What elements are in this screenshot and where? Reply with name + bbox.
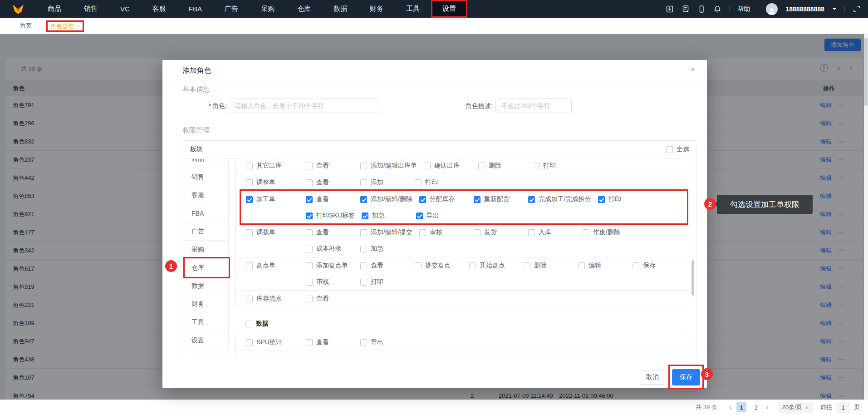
sidebar-tab-仓库[interactable]: 仓库 (185, 259, 228, 277)
checkbox-添加盘点单[interactable] (306, 262, 313, 269)
close-icon[interactable]: × (690, 65, 695, 74)
fullscreen-icon[interactable] (853, 5, 861, 13)
checkbox-添加/编辑/提交[interactable] (360, 229, 367, 236)
permission-item-删除[interactable]: 删除 (478, 162, 526, 170)
permission-item-审核[interactable]: 审核 (306, 278, 353, 286)
checkbox-加工单[interactable] (246, 196, 253, 203)
tab-home[interactable]: 首页 (20, 18, 32, 34)
sidebar-tab-采购[interactable]: 采购 (185, 241, 228, 259)
checkbox-分配库存[interactable] (419, 196, 426, 203)
permission-item-查看[interactable]: 查看 (306, 195, 353, 203)
checkbox-查看[interactable] (306, 296, 313, 302)
page-size-select[interactable]: 20条/页 ∨ (778, 402, 813, 413)
permission-item-发货[interactable]: 发货 (474, 228, 521, 237)
goto-page-input[interactable] (836, 402, 850, 413)
checkbox-打印SKU标签[interactable] (306, 212, 313, 219)
permission-item-打印[interactable]: 打印 (598, 195, 646, 203)
checkbox-调整单[interactable] (246, 179, 253, 186)
select-all-checkbox[interactable]: 全选 (666, 145, 689, 153)
checkbox-查看[interactable] (306, 339, 313, 346)
permission-item-查看[interactable]: 查看 (306, 295, 353, 303)
checkbox-查看[interactable] (306, 179, 313, 186)
checkbox-打印[interactable] (415, 179, 422, 186)
permission-item-添加/编辑/提交[interactable]: 添加/编辑/提交 (360, 228, 412, 237)
permission-item-查看[interactable]: 查看 (306, 338, 353, 346)
checkbox-查看[interactable] (306, 196, 313, 203)
checkbox-库存流水[interactable] (246, 296, 253, 302)
checkbox-重新配货[interactable] (474, 196, 481, 203)
nav-item-数据[interactable]: 数据 (322, 0, 358, 18)
checkbox-删除[interactable] (524, 262, 530, 269)
checkbox-作废/删除[interactable] (583, 229, 589, 236)
nav-item-客服[interactable]: 客服 (141, 0, 177, 18)
checkbox-入库[interactable] (528, 229, 535, 236)
checkbox-其它出库[interactable] (246, 163, 253, 169)
module-cell-盘点单[interactable]: 盘点单 (246, 257, 306, 274)
scrollbar-thumb[interactable] (864, 38, 868, 106)
permission-item-开始盘点[interactable]: 开始盘点 (469, 262, 517, 270)
role-desc-input[interactable] (495, 99, 572, 113)
module-cell-加工单[interactable]: 加工单 (246, 191, 306, 208)
checkbox-删除[interactable] (478, 163, 485, 169)
checkbox-发货[interactable] (474, 229, 481, 236)
checkbox[interactable] (666, 146, 673, 153)
checkbox-审核[interactable] (419, 229, 426, 236)
permission-item-打印[interactable]: 打印 (415, 178, 462, 187)
checkbox-data-group[interactable] (245, 321, 252, 327)
permission-item-分配库存[interactable]: 分配库存 (419, 195, 467, 203)
checkbox-打印[interactable] (360, 279, 367, 286)
chevron-down-icon[interactable] (832, 8, 837, 12)
permission-item-删除[interactable]: 删除 (524, 262, 571, 270)
sidebar-tab-广告[interactable]: 广告 (185, 222, 228, 241)
permission-item-打印[interactable]: 打印 (533, 162, 580, 170)
next-page-button[interactable]: › (766, 403, 768, 411)
permission-item-添加[interactable]: 添加 (360, 178, 408, 187)
nav-item-财务[interactable]: 财务 (358, 0, 395, 18)
tab-close-icon[interactable]: × (77, 24, 80, 29)
cancel-button[interactable]: 取消 (640, 370, 665, 385)
checkbox-导出[interactable] (360, 339, 367, 346)
tab-role-management[interactable]: 角色管理 × (46, 20, 84, 32)
permission-item-审核[interactable]: 审核 (419, 228, 467, 237)
user-phone[interactable]: 18888888888 (785, 5, 824, 13)
checkbox-编辑[interactable] (578, 262, 585, 269)
sidebar-tab-工具[interactable]: 工具 (185, 313, 228, 331)
nav-item-工具[interactable]: 工具 (395, 0, 431, 18)
checkbox-加急[interactable] (362, 212, 368, 219)
sidebar-tab-设置[interactable]: 设置 (185, 331, 228, 350)
sidebar-tab-FBA[interactable]: FBA (185, 204, 228, 222)
checkbox-成本补录[interactable] (306, 246, 313, 252)
module-cell-SPU统计[interactable]: SPU统计 (246, 334, 306, 351)
checkbox-开始盘点[interactable] (469, 262, 476, 269)
prev-page-button[interactable]: ‹ (729, 403, 731, 411)
permission-item-打印[interactable]: 打印 (360, 278, 408, 286)
checkbox-查看[interactable] (360, 262, 367, 269)
permission-item-加急[interactable]: 加急 (362, 212, 409, 220)
checkbox-审核[interactable] (306, 279, 313, 286)
checkbox-完成加工/完成拆分[interactable] (528, 196, 535, 203)
checkbox-添加/编辑/删除[interactable] (360, 196, 367, 203)
nav-item-设置[interactable]: 设置 (431, 0, 467, 18)
nav-item-VC[interactable]: VC (109, 0, 141, 18)
permission-item-提交盘点[interactable]: 提交盘点 (415, 262, 462, 270)
permission-item-成本补录[interactable]: 成本补录 (306, 245, 353, 253)
checkbox-提交盘点[interactable] (415, 262, 422, 269)
page-number-2[interactable]: 2 (751, 402, 761, 412)
permission-item-查看[interactable]: 查看 (306, 178, 353, 187)
checkbox-添加/编辑出库单[interactable] (360, 163, 367, 169)
module-cell-调整单[interactable]: 调整单 (246, 174, 306, 191)
permission-item-查看[interactable]: 查看 (306, 162, 353, 170)
permission-item-重新配货[interactable]: 重新配货 (474, 195, 521, 203)
checkbox-SPU统计[interactable] (246, 339, 253, 346)
sidebar-tab-数据[interactable]: 数据 (185, 277, 228, 295)
checkbox-查看[interactable] (306, 163, 313, 169)
checkbox-确认出库[interactable] (424, 163, 431, 169)
user-avatar[interactable] (766, 3, 778, 15)
checkbox-加急[interactable] (360, 246, 367, 252)
nav-item-采购[interactable]: 采购 (250, 0, 286, 18)
save-button[interactable]: 保存 (672, 369, 700, 385)
permission-item-加急[interactable]: 加急 (360, 245, 408, 253)
permission-item-添加盘点单[interactable]: 添加盘点单 (306, 262, 353, 270)
help-link[interactable]: 帮助 (737, 5, 750, 13)
permission-item-作废/删除[interactable]: 作废/删除 (583, 228, 630, 237)
